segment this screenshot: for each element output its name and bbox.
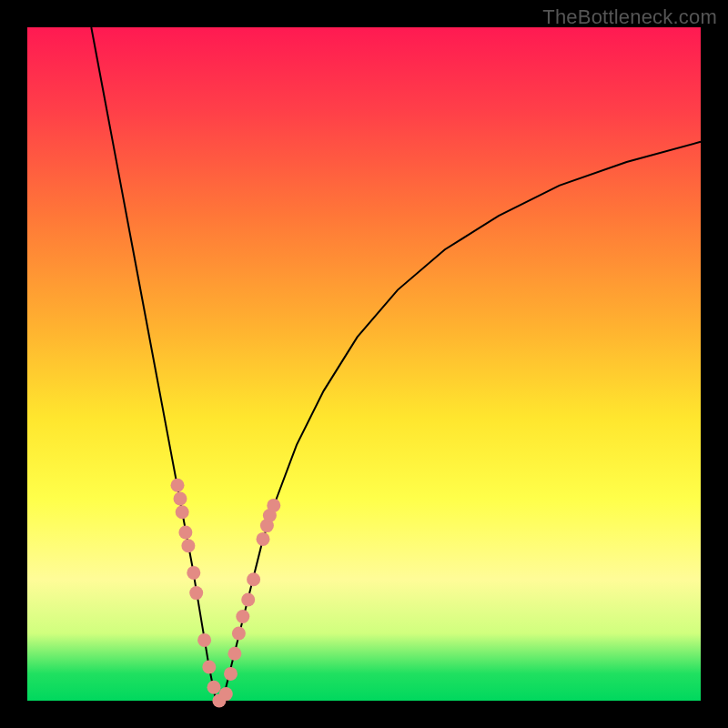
marker-dot <box>207 681 221 694</box>
marker-dot <box>174 492 187 506</box>
marker-dot <box>178 526 192 540</box>
marker-dot <box>171 479 185 492</box>
watermark-text: TheBottleneck.com <box>542 5 717 29</box>
marker-dot <box>202 661 216 674</box>
marker-dot <box>181 539 195 552</box>
chart-svg <box>27 27 701 701</box>
marker-dot <box>257 532 270 546</box>
marker-dot <box>241 593 255 607</box>
marker-dot <box>176 505 189 519</box>
marker-dot <box>197 633 211 647</box>
marker-dot <box>247 572 260 586</box>
marker-dot <box>232 627 246 641</box>
marker-dot <box>189 586 203 600</box>
marker-dot <box>187 566 200 580</box>
marker-dot <box>236 610 249 623</box>
chart-area <box>27 27 701 701</box>
marker-dot <box>228 647 241 661</box>
marker-dot <box>224 667 238 681</box>
marker-dot <box>219 687 233 701</box>
marker-dot <box>267 499 280 512</box>
bottleneck-curve <box>91 27 701 701</box>
marker-group <box>171 479 281 708</box>
